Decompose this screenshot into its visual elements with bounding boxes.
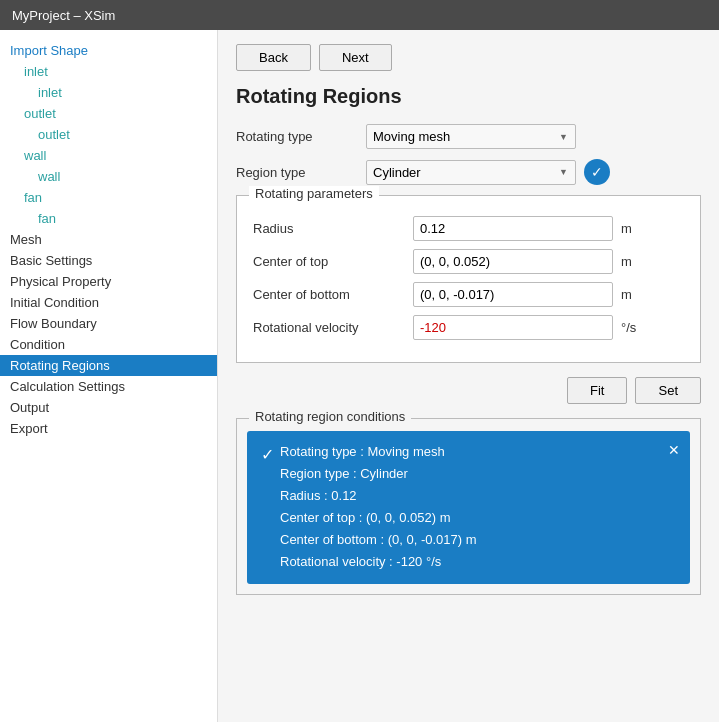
confirm-icon[interactable]: ✓ — [584, 159, 610, 185]
fit-button[interactable]: Fit — [567, 377, 627, 404]
region-conditions-legend: Rotating region conditions — [249, 409, 411, 424]
param-unit-3: °/s — [621, 320, 651, 335]
sidebar-item-basic-settings[interactable]: Basic Settings — [0, 250, 217, 271]
sidebar-item-inlet-parent[interactable]: inlet — [0, 61, 217, 82]
sidebar-item-physical-property[interactable]: Physical Property — [0, 271, 217, 292]
sidebar-item-inlet-child[interactable]: inlet — [0, 82, 217, 103]
rotating-type-select[interactable]: Moving meshMRF — [366, 124, 576, 149]
sidebar-label-output: Output — [10, 400, 49, 415]
sidebar-item-flow-boundary[interactable]: Flow Boundary — [0, 313, 217, 334]
param-row-0: Radiusm — [253, 216, 684, 241]
rotating-type-select-wrapper: Moving meshMRF — [366, 124, 576, 149]
card-line-2: Radius : 0.12 — [280, 485, 477, 507]
sidebar-item-output[interactable]: Output — [0, 397, 217, 418]
sidebar-label-flow-boundary: Flow Boundary — [10, 316, 97, 331]
sidebar-item-fan-parent[interactable]: fan — [0, 187, 217, 208]
set-button[interactable]: Set — [635, 377, 701, 404]
sidebar-label-physical-property: Physical Property — [10, 274, 111, 289]
card-icon: ✓ — [261, 441, 274, 468]
action-buttons: Fit Set — [236, 377, 701, 404]
top-buttons: Back Next — [236, 44, 701, 71]
sidebar-item-fan-child[interactable]: fan — [0, 208, 217, 229]
rotating-type-row: Rotating type Moving meshMRF — [236, 124, 701, 149]
sidebar-item-initial-condition[interactable]: Initial Condition — [0, 292, 217, 313]
rotating-type-label: Rotating type — [236, 129, 366, 144]
sidebar-label-inlet-child: inlet — [38, 85, 62, 100]
card-line-4: Center of bottom : (0, 0, -0.017) m — [280, 529, 477, 551]
sidebar-label-rotating-regions: Rotating Regions — [10, 358, 110, 373]
sidebar-label-initial-condition: Initial Condition — [10, 295, 99, 310]
param-unit-0: m — [621, 221, 651, 236]
page-title: Rotating Regions — [236, 85, 701, 108]
sidebar-label-export: Export — [10, 421, 48, 436]
app-title: MyProject – XSim — [12, 8, 115, 23]
param-row-3: Rotational velocity°/s — [253, 315, 684, 340]
region-type-select[interactable]: CylinderSphereBox — [366, 160, 576, 185]
region-type-label: Region type — [236, 165, 366, 180]
sidebar-label-inlet-parent: inlet — [24, 64, 48, 79]
sidebar-item-calculation-settings[interactable]: Calculation Settings — [0, 376, 217, 397]
param-label-0: Radius — [253, 221, 413, 236]
sidebar-label-wall-child: wall — [38, 169, 60, 184]
param-unit-1: m — [621, 254, 651, 269]
param-input-3[interactable] — [413, 315, 613, 340]
region-conditions-box: Rotating region conditions ✕ ✓ Rotating … — [236, 418, 701, 595]
sidebar-label-mesh: Mesh — [10, 232, 42, 247]
card-lines: Rotating type : Moving meshRegion type :… — [280, 441, 477, 574]
back-button[interactable]: Back — [236, 44, 311, 71]
card-line-3: Center of top : (0, 0, 0.052) m — [280, 507, 477, 529]
sidebar-label-outlet-parent: outlet — [24, 106, 56, 121]
next-button[interactable]: Next — [319, 44, 392, 71]
sidebar-item-import-shape[interactable]: Import Shape — [0, 40, 217, 61]
sidebar-label-basic-settings: Basic Settings — [10, 253, 92, 268]
sidebar-item-wall-child[interactable]: wall — [0, 166, 217, 187]
param-label-3: Rotational velocity — [253, 320, 413, 335]
rotating-params-legend: Rotating parameters — [249, 186, 379, 201]
param-row-1: Center of topm — [253, 249, 684, 274]
sidebar-label-import-shape: Import Shape — [10, 43, 88, 58]
sidebar-item-wall-parent[interactable]: wall — [0, 145, 217, 166]
param-row-2: Center of bottomm — [253, 282, 684, 307]
param-label-1: Center of top — [253, 254, 413, 269]
sidebar-label-fan-parent: fan — [24, 190, 42, 205]
param-input-2[interactable] — [413, 282, 613, 307]
main-content: Back Next Rotating Regions Rotating type… — [218, 30, 719, 722]
sidebar: Import Shapeinletinletoutletoutletwallwa… — [0, 30, 218, 722]
sidebar-label-outlet-child: outlet — [38, 127, 70, 142]
card-line-1: Region type : Cylinder — [280, 463, 477, 485]
param-input-0[interactable] — [413, 216, 613, 241]
region-type-row: Region type CylinderSphereBox ✓ — [236, 159, 701, 185]
sidebar-item-outlet-child[interactable]: outlet — [0, 124, 217, 145]
card-line-5: Rotational velocity : -120 °/s — [280, 551, 477, 573]
sidebar-label-condition: Condition — [10, 337, 65, 352]
sidebar-item-mesh[interactable]: Mesh — [0, 229, 217, 250]
sidebar-item-export[interactable]: Export — [0, 418, 217, 439]
param-label-2: Center of bottom — [253, 287, 413, 302]
sidebar-label-calculation-settings: Calculation Settings — [10, 379, 125, 394]
sidebar-label-wall-parent: wall — [24, 148, 46, 163]
sidebar-item-condition[interactable]: Condition — [0, 334, 217, 355]
close-button[interactable]: ✕ — [668, 439, 680, 463]
sidebar-item-rotating-regions[interactable]: Rotating Regions — [0, 355, 217, 376]
param-unit-2: m — [621, 287, 651, 302]
sidebar-item-outlet-parent[interactable]: outlet — [0, 103, 217, 124]
rotating-params-box: Rotating parameters RadiusmCenter of top… — [236, 195, 701, 363]
param-input-1[interactable] — [413, 249, 613, 274]
region-type-select-wrapper: CylinderSphereBox — [366, 160, 576, 185]
card-line-0: Rotating type : Moving mesh — [280, 441, 477, 463]
condition-card: ✕ ✓ Rotating type : Moving meshRegion ty… — [247, 431, 690, 584]
sidebar-label-fan-child: fan — [38, 211, 56, 226]
